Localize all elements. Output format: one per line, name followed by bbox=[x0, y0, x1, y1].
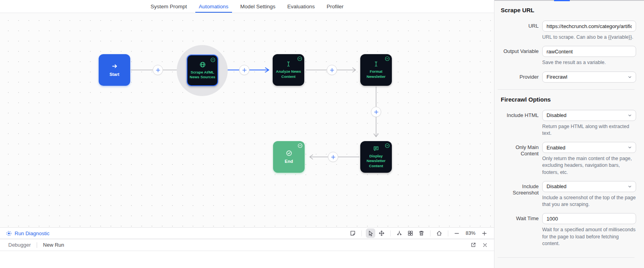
grid-icon bbox=[407, 230, 414, 236]
debugger-divider bbox=[37, 242, 37, 248]
delete-button[interactable] bbox=[417, 228, 426, 238]
node-format-newsletter[interactable]: Format Newsletter bbox=[360, 54, 392, 86]
add-node-button[interactable] bbox=[328, 152, 338, 162]
toolbar-divider bbox=[430, 230, 431, 236]
panel-top-accent bbox=[554, 0, 570, 1]
node-label: Display Newsletter Content bbox=[360, 154, 392, 168]
auto-layout-icon bbox=[396, 230, 402, 236]
tab-automations[interactable]: Automations bbox=[199, 0, 228, 13]
add-node-button[interactable] bbox=[239, 65, 249, 75]
only-main-content-select[interactable]: Enabled bbox=[542, 142, 636, 153]
external-link-icon bbox=[470, 242, 476, 248]
node-display-newsletter[interactable]: Display Newsletter Content bbox=[360, 141, 392, 173]
flow-canvas[interactable]: Start Scrape AI/ML News Sources bbox=[0, 13, 494, 239]
canvas-toolbar: Run Diagnostic bbox=[0, 227, 494, 239]
minus-badge-icon[interactable] bbox=[385, 143, 390, 148]
only-main-content-help: Only return the main content of the page… bbox=[542, 155, 636, 176]
provider-row: Provider Firecrawl bbox=[499, 72, 635, 83]
close-icon bbox=[482, 242, 488, 248]
message-square-icon bbox=[373, 145, 379, 152]
new-run-tab[interactable]: New Run bbox=[43, 242, 64, 248]
node-start[interactable]: Start bbox=[99, 54, 130, 86]
app-root: System Prompt Automations Model Settings… bbox=[0, 0, 644, 268]
add-node-button[interactable] bbox=[153, 65, 163, 75]
canvas-tools: 83% bbox=[348, 228, 489, 238]
only-main-content-row: Only Main Content Enabled Only return th… bbox=[499, 142, 635, 176]
tab-profiler[interactable]: Profiler bbox=[327, 0, 344, 13]
run-diagnostic-label: Run Diagnostic bbox=[15, 230, 49, 236]
plus-icon bbox=[329, 68, 335, 73]
add-node-button[interactable] bbox=[371, 107, 381, 117]
include-screenshot-select[interactable]: Disabled bbox=[542, 181, 636, 192]
only-main-content-value: Enabled bbox=[547, 145, 565, 151]
include-screenshot-value: Disabled bbox=[547, 183, 567, 189]
node-scrape-news[interactable]: Scrape AI/ML News Sources bbox=[187, 55, 218, 86]
include-screenshot-label: Include Screenshot bbox=[499, 181, 539, 208]
zoom-in-button[interactable] bbox=[479, 228, 489, 238]
chevron-down-icon bbox=[627, 145, 632, 150]
include-html-select[interactable]: Disabled bbox=[542, 110, 636, 121]
inspector-panel: Scrape URL URL URL to scrape. Can also b… bbox=[494, 0, 644, 268]
wait-time-row: Wait Time Wait for a specified amount of… bbox=[499, 213, 635, 247]
plus-icon bbox=[374, 109, 379, 115]
minus-badge-icon[interactable] bbox=[385, 56, 390, 61]
zoom-out-icon bbox=[454, 230, 460, 236]
inspector-title: Scrape URL bbox=[501, 7, 635, 13]
node-label: Format Newsletter bbox=[360, 69, 392, 79]
open-external-button[interactable] bbox=[470, 242, 476, 248]
top-nav: System Prompt Automations Model Settings… bbox=[0, 0, 494, 13]
minus-badge-icon[interactable] bbox=[210, 57, 215, 62]
minus-badge-icon[interactable] bbox=[297, 56, 302, 61]
trash-icon bbox=[418, 230, 425, 236]
toolbar-divider bbox=[390, 230, 391, 236]
text-cursor-icon bbox=[285, 61, 292, 67]
output-variable-input[interactable] bbox=[542, 46, 636, 57]
url-input[interactable] bbox=[542, 21, 636, 32]
tab-evaluations[interactable]: Evaluations bbox=[287, 0, 315, 13]
include-html-help: Return page HTML along with extracted te… bbox=[542, 123, 636, 137]
debugger-actions bbox=[470, 242, 488, 248]
zoom-level: 83% bbox=[466, 230, 476, 236]
wait-time-input[interactable] bbox=[542, 213, 636, 224]
tab-system-prompt[interactable]: System Prompt bbox=[150, 0, 187, 13]
node-end[interactable]: End bbox=[273, 141, 305, 173]
include-html-row: Include HTML Disabled Return page HTML a… bbox=[499, 110, 635, 137]
close-debugger-button[interactable] bbox=[482, 242, 488, 248]
node-analyze-news[interactable]: Analyze News Content bbox=[273, 54, 304, 86]
grid-view-button[interactable] bbox=[406, 228, 415, 238]
run-diagnostic-button[interactable]: Run Diagnostic bbox=[6, 230, 49, 236]
select-tool-button[interactable] bbox=[366, 228, 375, 238]
pointer-icon bbox=[367, 230, 374, 236]
home-view-button[interactable] bbox=[434, 228, 444, 238]
arrow-right-icon bbox=[111, 63, 118, 70]
plus-icon bbox=[155, 68, 161, 73]
only-main-content-label: Only Main Content bbox=[499, 142, 539, 176]
section-divider bbox=[498, 257, 635, 258]
chevron-down-icon bbox=[627, 113, 632, 118]
chevron-down-icon bbox=[627, 184, 632, 189]
include-screenshot-help: Include a screenshot of the top of the p… bbox=[542, 194, 636, 208]
zoom-in-icon bbox=[481, 230, 487, 236]
section-divider bbox=[498, 89, 635, 90]
add-node-button[interactable] bbox=[327, 65, 337, 75]
home-icon bbox=[436, 230, 442, 236]
tab-model-settings[interactable]: Model Settings bbox=[240, 0, 275, 13]
provider-select[interactable]: Firecrawl bbox=[542, 72, 636, 83]
include-html-label: Include HTML bbox=[499, 110, 539, 137]
output-variable-label: Output Variable bbox=[499, 46, 539, 66]
workflow-section: System Prompt Automations Model Settings… bbox=[0, 0, 494, 268]
note-tool-button[interactable] bbox=[348, 228, 358, 238]
auto-layout-button[interactable] bbox=[395, 228, 404, 238]
node-label: Analyze News Content bbox=[273, 69, 304, 79]
include-html-value: Disabled bbox=[547, 112, 567, 118]
output-variable-row: Output Variable Save the result as a var… bbox=[499, 46, 635, 66]
minus-badge-icon[interactable] bbox=[298, 143, 303, 148]
plus-icon bbox=[331, 155, 336, 160]
url-help: URL to scrape. Can also be a {{variable}… bbox=[542, 34, 636, 41]
zoom-out-button[interactable] bbox=[452, 228, 462, 238]
move-tool-button[interactable] bbox=[377, 228, 386, 238]
url-label: URL bbox=[499, 21, 539, 41]
plus-icon bbox=[242, 68, 247, 73]
move-icon bbox=[378, 230, 385, 236]
node-label: Start bbox=[108, 72, 120, 77]
